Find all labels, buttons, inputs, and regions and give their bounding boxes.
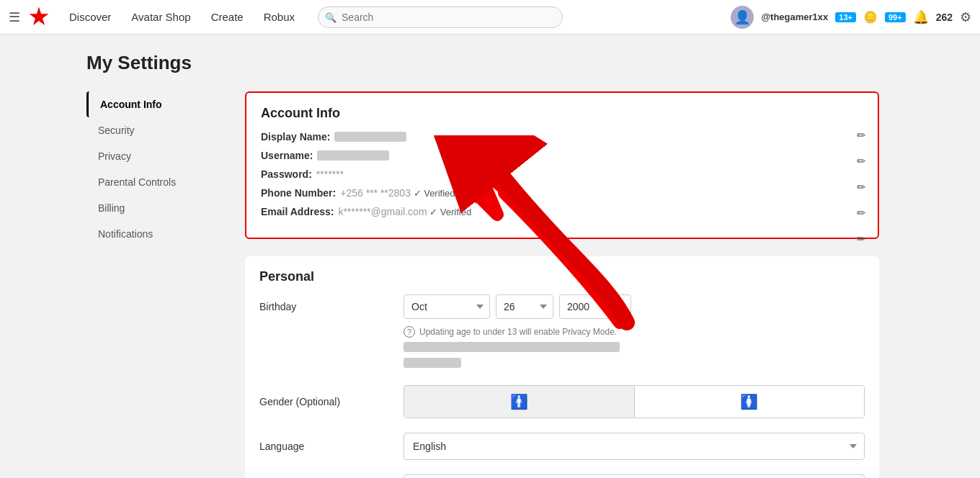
- display-name-row: Display Name:: [261, 131, 863, 143]
- phone-check-icon: ✓: [414, 188, 422, 199]
- gender-male-button[interactable]: 🚹: [404, 386, 635, 418]
- password-label: Password:: [261, 168, 312, 180]
- username-row: Username:: [261, 150, 863, 161]
- birthday-year-select[interactable]: 2000: [559, 294, 631, 319]
- email-row: Email Address: k*******@gmail.com ✓ Veri…: [261, 206, 863, 217]
- username-label-field: Username:: [261, 150, 313, 161]
- language-select[interactable]: English: [404, 433, 865, 460]
- sidebar: Account Info Security Privacy Parental C…: [86, 91, 231, 478]
- edit-username-button[interactable]: ✏: [857, 155, 866, 168]
- search-input[interactable]: [318, 6, 563, 28]
- display-name-label: Display Name:: [261, 131, 330, 143]
- email-label: Email Address:: [261, 206, 334, 217]
- personal-section: Personal Birthday Oct 26: [245, 256, 879, 478]
- personal-title: Personal: [259, 269, 865, 284]
- gender-label: Gender (Optional): [259, 396, 404, 407]
- hamburger-menu-icon[interactable]: ☰: [9, 9, 20, 25]
- content-layout: Account Info Security Privacy Parental C…: [86, 91, 894, 478]
- nav-link-discover[interactable]: Discover: [61, 6, 120, 27]
- email-check-icon: ✓: [429, 207, 437, 217]
- account-info-title: Account Info: [261, 106, 863, 121]
- nav-links: Discover Avatar Shop Create Robux: [61, 6, 303, 27]
- nav-link-avatar-shop[interactable]: Avatar Shop: [122, 6, 199, 27]
- avatar: 👤: [731, 6, 754, 29]
- search-bar: [318, 6, 716, 28]
- birthday-day-select[interactable]: 26: [496, 294, 553, 319]
- gender-row: Gender (Optional) 🚹 🚺: [259, 385, 865, 418]
- robux-count: 262: [936, 12, 953, 23]
- birthday-hint: ? Updating age to under 13 will enable P…: [404, 326, 620, 338]
- page-title: My Settings: [86, 52, 894, 74]
- robux-badge: 99+: [885, 12, 906, 22]
- language-select-wrap: English: [404, 433, 865, 460]
- location-select[interactable]: Uganda: [404, 474, 865, 478]
- sidebar-item-parental-controls[interactable]: Parental Controls: [86, 169, 231, 195]
- robux-icon: 🪙: [863, 10, 878, 24]
- phone-label: Phone Number:: [261, 187, 336, 199]
- birthday-hint-text: Updating age to under 13 will enable Pri…: [419, 327, 617, 337]
- email-verified-badge: ✓ Verified: [427, 207, 472, 217]
- display-name-value: [334, 132, 406, 142]
- phone-value: +256 *** **2803: [340, 187, 411, 199]
- account-info-section: Account Info ✏ ✏ ✏ ✏ ✏ Display Name:: [245, 91, 879, 239]
- phone-verified-badge: ✓ Verified: [411, 188, 455, 199]
- nav-link-robux[interactable]: Robux: [255, 6, 303, 27]
- top-navigation: ☰ Discover Avatar Shop Create Robux 👤 @t…: [0, 0, 980, 35]
- email-value: k*******@gmail.com: [338, 206, 427, 217]
- language-row: Language English: [259, 433, 865, 460]
- sidebar-item-billing[interactable]: Billing: [86, 195, 231, 221]
- password-row: Password: *******: [261, 168, 863, 180]
- settings-gear-icon[interactable]: ⚙: [960, 9, 971, 25]
- birthday-label: Birthday: [259, 301, 404, 312]
- language-label: Language: [259, 441, 404, 452]
- gender-female-button[interactable]: 🚺: [635, 386, 865, 418]
- page-wrapper: My Settings Account Info Security Privac…: [58, 35, 922, 478]
- username-label: @thegamer1xx: [761, 12, 828, 22]
- edit-display-name-button[interactable]: ✏: [857, 129, 866, 142]
- password-value: *******: [316, 168, 344, 180]
- location-row: Location Uganda: [259, 474, 865, 478]
- blurred-text-1: [404, 342, 620, 352]
- sidebar-item-account-info[interactable]: Account Info: [86, 91, 231, 117]
- birthday-row: Birthday Oct 26 2000: [259, 294, 865, 371]
- nav-right-section: 👤 @thegamer1xx 13+ 🪙 99+ 🔔 262 ⚙: [731, 6, 971, 29]
- edit-phone-button[interactable]: ✏: [857, 207, 866, 220]
- birthday-selects: Oct 26 2000: [404, 294, 865, 319]
- edit-email-button[interactable]: ✏: [857, 233, 866, 245]
- sidebar-item-privacy[interactable]: Privacy: [86, 143, 231, 169]
- phone-row: Phone Number: +256 *** **2803 ✓ Verified: [261, 187, 863, 199]
- main-content: Account Info ✏ ✏ ✏ ✏ ✏ Display Name:: [231, 91, 894, 478]
- edit-password-button[interactable]: ✏: [857, 181, 866, 194]
- notification-icon[interactable]: 🔔: [913, 9, 929, 25]
- sidebar-item-notifications[interactable]: Notifications: [86, 221, 231, 247]
- birthday-month-select[interactable]: Oct: [404, 294, 490, 319]
- info-circle-icon: ?: [404, 326, 415, 338]
- nav-link-create[interactable]: Create: [202, 6, 252, 27]
- username-value: [317, 150, 389, 161]
- gender-buttons: 🚹 🚺: [404, 385, 865, 418]
- roblox-logo-icon: [29, 7, 49, 27]
- location-select-wrap: Uganda: [404, 474, 865, 478]
- age-badge: 13+: [835, 12, 856, 22]
- edit-icons: ✏ ✏ ✏ ✏ ✏: [857, 129, 866, 245]
- sidebar-item-security[interactable]: Security: [86, 117, 231, 143]
- gender-select-group: 🚹 🚺: [404, 385, 865, 418]
- blurred-text-2: [404, 358, 461, 368]
